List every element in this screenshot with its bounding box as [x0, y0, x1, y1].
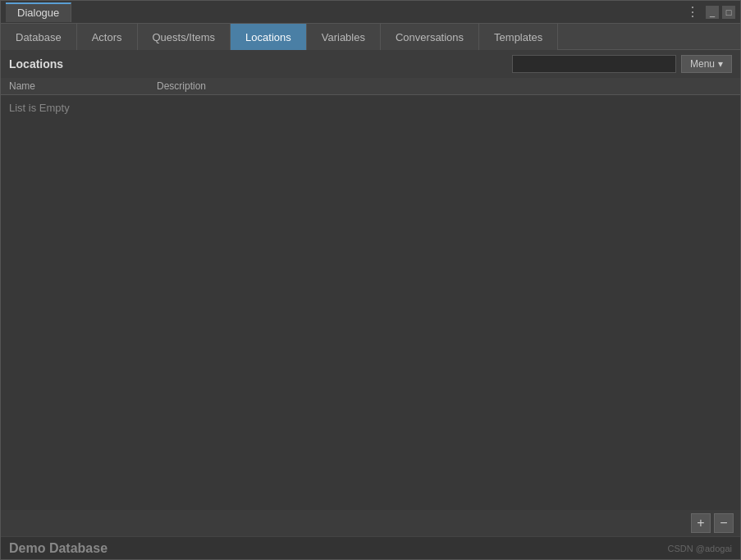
main-window: Dialogue ⋮ _ □ Database Actors Quests/It… — [0, 0, 741, 560]
footer: Demo Database CSDN @adogai — [1, 536, 740, 559]
tab-variables[interactable]: Variables — [307, 24, 381, 50]
empty-list-label: List is Empty — [1, 95, 740, 121]
column-description-header: Description — [157, 80, 732, 92]
title-bar-left: Dialogue — [6, 2, 71, 22]
bottom-bar: + − — [1, 510, 740, 536]
title-bar: Dialogue ⋮ _ □ — [1, 1, 740, 24]
menu-button[interactable]: Menu ▾ — [681, 55, 732, 73]
window-title-tab: Dialogue — [6, 2, 71, 22]
menu-arrow-icon: ▾ — [718, 58, 723, 70]
add-location-button[interactable]: + — [691, 513, 711, 533]
tab-templates[interactable]: Templates — [479, 24, 558, 50]
column-name-header: Name — [9, 80, 157, 92]
content-area: Locations 🔍 Menu ▾ Name Description List… — [1, 50, 740, 536]
search-input[interactable] — [512, 55, 676, 73]
footer-credit: CSDN @adogai — [668, 544, 732, 553]
search-wrapper: 🔍 — [512, 55, 676, 73]
title-bar-controls: ⋮ _ □ — [686, 4, 735, 20]
column-header: Name Description — [1, 78, 740, 95]
toolbar-right: 🔍 Menu ▾ — [512, 55, 732, 73]
tab-database[interactable]: Database — [1, 24, 77, 50]
locations-list: List is Empty — [1, 95, 740, 510]
tab-locations[interactable]: Locations — [231, 24, 307, 50]
remove-location-button[interactable]: − — [714, 513, 734, 533]
menu-label: Menu — [690, 58, 715, 70]
locations-toolbar: Locations 🔍 Menu ▾ — [1, 50, 740, 78]
tab-bar: Database Actors Quests/Items Locations V… — [1, 24, 740, 50]
options-dots-icon[interactable]: ⋮ — [686, 4, 699, 20]
minimize-button[interactable]: _ — [706, 6, 719, 19]
maximize-button[interactable]: □ — [722, 6, 735, 19]
window-title: Dialogue — [17, 7, 59, 19]
tab-conversations[interactable]: Conversations — [381, 24, 479, 50]
tab-quests-items[interactable]: Quests/Items — [138, 24, 231, 50]
section-title: Locations — [9, 57, 63, 71]
footer-database-name: Demo Database — [9, 541, 107, 556]
tab-actors[interactable]: Actors — [77, 24, 138, 50]
